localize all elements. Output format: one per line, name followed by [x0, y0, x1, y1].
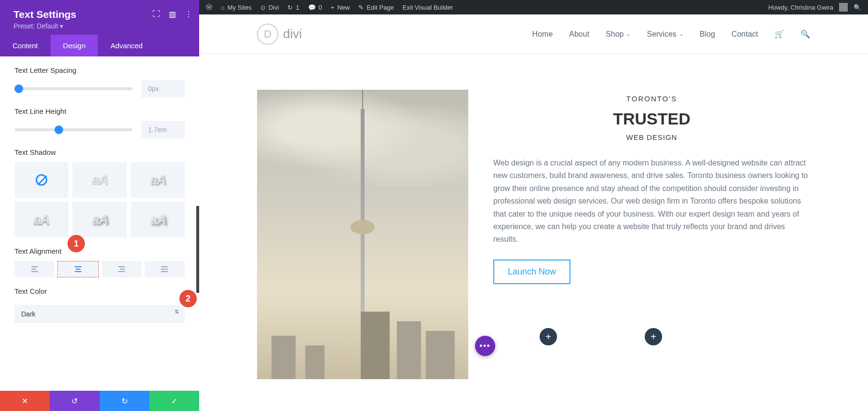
search-icon[interactable]: 🔍	[854, 4, 861, 11]
line-height-slider[interactable]	[14, 128, 133, 131]
text-color-select[interactable]: Dark	[14, 305, 185, 323]
body-text: Web design is a crucial aspect of any mo…	[493, 157, 810, 246]
page-content: TORONTO'S TRUSTED WEB DESIGN Web design …	[199, 54, 868, 379]
preset-selector[interactable]: Preset: Default ▾	[14, 22, 186, 30]
tab-advanced[interactable]: Advanced	[98, 35, 155, 56]
save-button[interactable]: ✓	[149, 391, 199, 411]
annotation-badge-2: 2	[179, 290, 197, 307]
label-letter-spacing: Text Letter Spacing	[14, 66, 185, 74]
edit-page-link[interactable]: ✎ Edit Page	[358, 4, 393, 11]
add-module-button-1[interactable]: +	[540, 328, 557, 345]
tab-design[interactable]: Design	[51, 35, 98, 56]
nav-contact[interactable]: Contact	[732, 30, 758, 39]
exit-builder-link[interactable]: Exit Visual Builder	[403, 4, 453, 11]
shadow-option-1[interactable]: aA	[72, 162, 126, 198]
subhead-text: WEB DESIGN	[493, 133, 810, 141]
wp-admin-bar: ⓦ ⌂ My Sites ⊙ Divi ↻ 1 💬 0 + New ✎ Edit…	[199, 0, 868, 14]
shadow-option-5[interactable]: aA	[131, 202, 185, 237]
page-preview: D divi Home About Shop ⌄ Services ⌄ Blog…	[199, 14, 868, 411]
text-alignment-options	[14, 261, 185, 277]
align-left[interactable]	[14, 261, 54, 277]
main-nav: Home About Shop ⌄ Services ⌄ Blog Contac…	[532, 29, 810, 39]
responsive-icon[interactable]: ▥	[169, 10, 176, 19]
nav-blog[interactable]: Blog	[700, 30, 715, 39]
align-justify[interactable]	[145, 261, 185, 277]
sidebar-header: Text Settings Preset: Default ▾ ⛶ ▥ ⋮	[0, 0, 199, 35]
undo-button[interactable]: ↺	[50, 391, 99, 411]
nav-about[interactable]: About	[569, 30, 589, 39]
redo-button[interactable]: ↻	[100, 391, 149, 411]
annotation-badge-1: 1	[68, 235, 85, 252]
label-text-color: Text Color	[14, 287, 185, 295]
letter-spacing-value[interactable]	[141, 80, 185, 97]
site-logo[interactable]: D divi	[257, 24, 302, 45]
cancel-button[interactable]: ✕	[0, 391, 50, 411]
shadow-none[interactable]	[14, 162, 68, 198]
label-text-shadow: Text Shadow	[14, 148, 185, 156]
eyebrow-text: TORONTO'S	[493, 95, 810, 103]
new-link[interactable]: + New	[331, 4, 350, 11]
align-right[interactable]	[102, 261, 142, 277]
add-module-button-2[interactable]: +	[645, 328, 662, 345]
site-header: D divi Home About Shop ⌄ Services ⌄ Blog…	[199, 14, 868, 54]
expand-icon[interactable]: ⛶	[152, 10, 160, 19]
shadow-option-3[interactable]: aA	[14, 202, 68, 237]
shadow-option-4[interactable]: aA	[72, 202, 126, 237]
sidebar-actions: ✕ ↺ ↻ ✓	[0, 391, 199, 411]
my-sites-link[interactable]: ⌂ My Sites	[221, 4, 252, 11]
settings-tabs: Content Design Advanced	[0, 35, 199, 56]
builder-fab[interactable]: •••	[475, 336, 495, 356]
chevron-down-icon: ⌄	[626, 31, 630, 37]
cart-icon[interactable]: 🛒	[774, 29, 784, 39]
search-icon[interactable]: 🔍	[800, 29, 810, 39]
logo-text: divi	[283, 27, 302, 41]
select-arrow-icon: ⇅	[175, 309, 179, 315]
settings-sidebar: Text Settings Preset: Default ▾ ⛶ ▥ ⋮ Co…	[0, 0, 199, 411]
line-height-value[interactable]	[141, 121, 185, 138]
text-shadow-options: aA aA aA aA aA	[14, 162, 185, 237]
shadow-option-2[interactable]: aA	[131, 162, 185, 198]
wp-logo-icon[interactable]: ⓦ	[206, 3, 212, 12]
updates-link[interactable]: ↻ 1	[287, 4, 299, 11]
chevron-down-icon: ⌄	[679, 31, 683, 37]
label-line-height: Text Line Height	[14, 107, 185, 115]
settings-body: Text Letter Spacing Text Line Height Tex…	[0, 56, 199, 391]
tab-content[interactable]: Content	[0, 35, 51, 56]
comments-link[interactable]: 💬 0	[308, 4, 322, 11]
hero-image	[257, 90, 468, 379]
label-text-alignment: Text Alignment	[14, 247, 185, 255]
nav-shop[interactable]: Shop ⌄	[606, 30, 630, 39]
user-avatar[interactable]	[839, 3, 848, 12]
align-center[interactable]	[57, 261, 98, 277]
site-link[interactable]: ⊙ Divi	[260, 4, 279, 11]
howdy-user[interactable]: Howdy, Christina Gwira	[768, 4, 833, 11]
headline-text: TRUSTED	[493, 110, 810, 128]
letter-spacing-slider[interactable]	[14, 87, 133, 90]
logo-icon: D	[257, 24, 278, 45]
cta-button[interactable]: Launch Now	[493, 260, 570, 284]
nav-home[interactable]: Home	[532, 30, 553, 39]
more-icon[interactable]: ⋮	[185, 10, 192, 19]
nav-services[interactable]: Services ⌄	[647, 30, 683, 39]
